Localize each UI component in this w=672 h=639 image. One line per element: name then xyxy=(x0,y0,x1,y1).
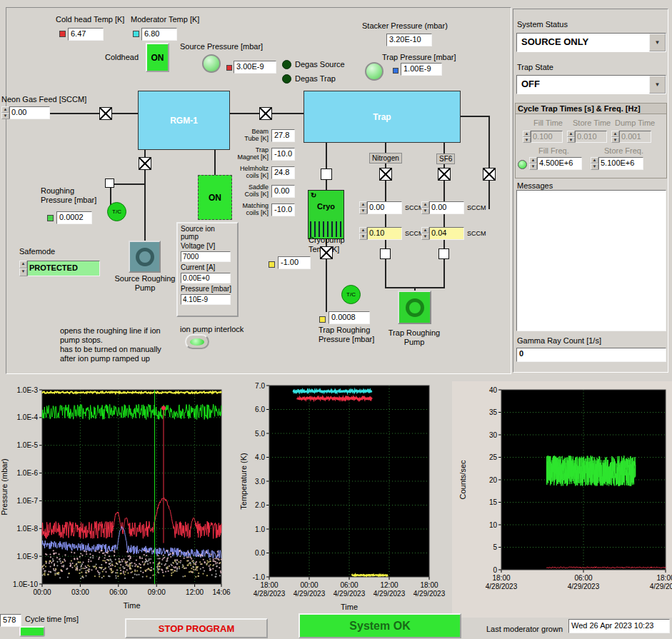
sf6-flow-readback[interactable]: ▲▼ 0.04 xyxy=(421,227,464,240)
spinner-arrows-icon[interactable]: ▲▼ xyxy=(591,157,598,170)
trap-roughing-pressure-value: 0.0008 xyxy=(329,311,370,324)
cold-head-legend-swatch xyxy=(59,31,66,37)
spinner-arrows-icon[interactable]: ▲▼ xyxy=(421,227,429,240)
spinner-arrows-icon[interactable]: ▲▼ xyxy=(523,131,531,143)
system-ok-indicator: System OK xyxy=(299,613,461,638)
ion-pump-voltage-value: 7000 xyxy=(181,251,231,262)
sf6-flow-readback-value[interactable]: 0.04 xyxy=(429,227,464,240)
svg-text:4/29/2023: 4/29/2023 xyxy=(650,583,672,590)
sf6-flow-setpoint[interactable]: ▲▼ 0.00 xyxy=(421,201,464,214)
svg-text:Time: Time xyxy=(123,601,140,610)
source-roughing-pump-icon[interactable] xyxy=(129,241,161,273)
fill-freq-spinner[interactable]: ▲▼ 4.500E+6 xyxy=(529,157,582,170)
valve-icon[interactable] xyxy=(259,107,272,120)
spinner-arrows-icon[interactable]: ▲▼ xyxy=(19,261,27,276)
roughing-note: opens the roughing line if ion pump stop… xyxy=(60,326,161,363)
svg-text:1.0E-6: 1.0E-6 xyxy=(17,469,39,477)
temperature-graph[interactable]: 7.06.05.04.03.02.01.00.0-1.018:004/28/20… xyxy=(238,381,453,617)
nitrogen-flow-readback-value[interactable]: 0.10 xyxy=(367,227,402,240)
cycle-time-led xyxy=(19,626,45,637)
spinner-arrows-icon[interactable]: ▲▼ xyxy=(359,201,367,214)
spinner-arrows-icon[interactable]: ▲▼ xyxy=(1,106,9,119)
gamma-count-value: 0 xyxy=(516,348,666,362)
trap-state-value[interactable]: OFF xyxy=(517,76,649,94)
neon-feed-spinner[interactable]: ▲▼ 0.00 xyxy=(1,106,50,119)
valve-icon[interactable] xyxy=(99,107,112,120)
svg-text:4/29/2023: 4/29/2023 xyxy=(294,590,326,598)
chevron-down-icon[interactable]: ▼ xyxy=(649,34,666,51)
valve-icon[interactable] xyxy=(438,168,451,181)
safemode-value[interactable]: PROTECTED xyxy=(27,261,100,276)
safemode-selector[interactable]: ▲▼ PROTECTED xyxy=(19,261,100,276)
svg-text:5.0: 5.0 xyxy=(255,430,265,438)
nitrogen-flow-setpoint[interactable]: ▲▼ 0.00 xyxy=(359,201,402,214)
pipe-line xyxy=(443,143,445,288)
fill-time-spinner[interactable]: ▲▼ 0.100 xyxy=(523,131,563,143)
svg-text:18:00: 18:00 xyxy=(656,574,672,582)
pipe-junction xyxy=(321,168,332,180)
source-pressure-swatch xyxy=(226,65,232,71)
valve-icon[interactable] xyxy=(379,168,392,181)
pipe-junction xyxy=(105,178,114,188)
sccm-unit-label: SCCM xyxy=(467,204,486,211)
source-valve-on-indicator[interactable]: ON xyxy=(198,175,232,220)
moderator-temp-value: 6.80 xyxy=(141,28,177,41)
stop-program-button[interactable]: STOP PROGRAM xyxy=(125,618,268,638)
cryopump-temp-value: -1.00 xyxy=(278,256,311,269)
pipe-junction xyxy=(380,248,391,259)
trap-state-dropdown[interactable]: OFF ▼ xyxy=(516,75,666,94)
fill-freq-value[interactable]: 4.500E+6 xyxy=(537,157,582,170)
spinner-arrows-icon[interactable]: ▲▼ xyxy=(529,157,537,170)
sf6-flow-value[interactable]: 0.00 xyxy=(429,201,464,214)
trap-pressure-label: Trap Pressure [mbar] xyxy=(382,53,456,62)
roughing-pressure-label: Roughing Pressure [mbar] xyxy=(41,186,96,205)
svg-text:7.0: 7.0 xyxy=(255,382,265,390)
svg-text:30: 30 xyxy=(489,431,498,439)
valve-icon[interactable] xyxy=(139,157,151,170)
store-time-value[interactable]: 0.010 xyxy=(575,131,607,143)
neon-feed-value[interactable]: 0.00 xyxy=(9,106,50,119)
trap-roughing-pump-icon[interactable] xyxy=(398,291,431,324)
chevron-down-icon[interactable]: ▼ xyxy=(649,76,666,94)
saddle-coils-value: 0.00 xyxy=(271,185,295,198)
spinner-arrows-icon[interactable]: ▲▼ xyxy=(567,131,575,143)
store-time-spinner[interactable]: ▲▼ 0.010 xyxy=(567,131,607,143)
svg-text:18:00: 18:00 xyxy=(420,581,438,589)
nitrogen-flow-value[interactable]: 0.00 xyxy=(367,201,402,214)
dump-time-value[interactable]: 0.001 xyxy=(619,131,651,143)
cycle-trap-title: Cycle Trap Times [s] & Freq. [Hz] xyxy=(516,104,666,114)
interlock-led-icon xyxy=(190,338,204,346)
valve-icon[interactable] xyxy=(320,246,333,259)
svg-text:03:00: 03:00 xyxy=(71,588,89,596)
store-freq-value[interactable]: 5.100E+6 xyxy=(598,157,643,170)
pressure-graph[interactable]: 1.0E-31.0E-41.0E-51.0E-61.0E-71.0E-81.0E… xyxy=(0,381,237,614)
system-status-value[interactable]: SOURCE ONLY xyxy=(517,34,649,51)
dump-time-spinner[interactable]: ▲▼ 0.001 xyxy=(611,131,651,143)
store-freq-spinner[interactable]: ▲▼ 5.100E+6 xyxy=(591,157,643,170)
trap-pressure-swatch xyxy=(393,68,398,74)
spinner-arrows-icon[interactable]: ▲▼ xyxy=(611,131,619,143)
trap-roughing-pressure-label: Trap Roughing Pressure [mbar] xyxy=(319,326,374,344)
pipe-junction xyxy=(438,248,449,259)
svg-text:-1.0: -1.0 xyxy=(253,573,266,581)
coldhead-on-button[interactable]: ON xyxy=(146,43,169,72)
system-status-dropdown[interactable]: SOURCE ONLY ▼ xyxy=(516,33,666,52)
store-freq-label: Store Freq. xyxy=(604,146,643,156)
helmholtz-label: Helmholtz coils [K] xyxy=(230,165,269,179)
degas-trap-led[interactable] xyxy=(282,74,291,84)
degas-source-led[interactable] xyxy=(282,60,291,69)
source-pressure-label: Source Pressure [mbar] xyxy=(180,42,263,51)
trap-magnet-label: Trap Magnet [K] xyxy=(230,146,269,161)
valve-icon[interactable] xyxy=(483,168,496,181)
spinner-arrows-icon[interactable]: ▲▼ xyxy=(421,201,429,214)
svg-text:1.0E-5: 1.0E-5 xyxy=(17,441,39,449)
counts-graph[interactable]: 403530252015105018:004/28/202306:004/29/… xyxy=(454,381,672,617)
nitrogen-flow-readback[interactable]: ▲▼ 0.10 xyxy=(359,227,402,240)
fill-time-value[interactable]: 0.100 xyxy=(531,131,563,143)
svg-text:2.0: 2.0 xyxy=(255,501,265,509)
svg-text:00:00: 00:00 xyxy=(33,588,51,596)
ion-pump-interlock-switch[interactable] xyxy=(185,334,209,349)
trap-magnet-value: -10.0 xyxy=(271,148,295,161)
moderator-temp-label: Moderator Temp [K] xyxy=(131,15,199,24)
spinner-arrows-icon[interactable]: ▲▼ xyxy=(359,227,367,240)
